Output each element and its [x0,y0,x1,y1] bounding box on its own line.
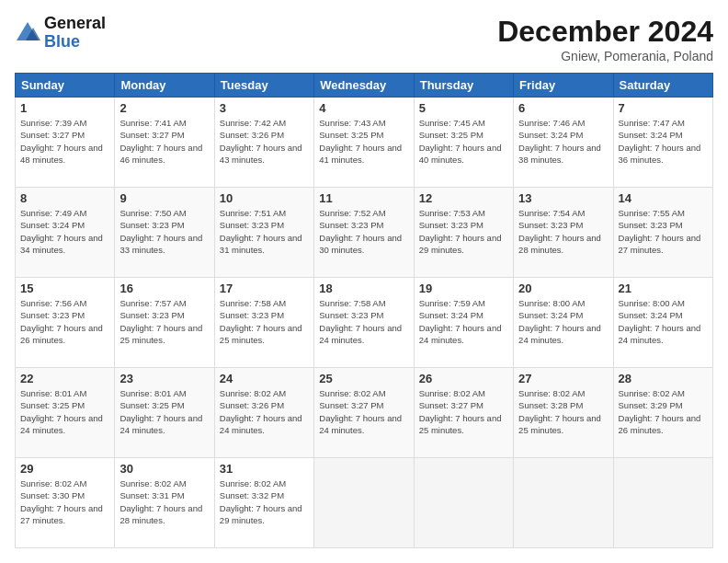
day-number: 31 [220,462,309,476]
day-info: Sunrise: 8:01 AMSunset: 3:25 PMDaylight:… [20,387,109,436]
table-cell: 6 Sunrise: 7:46 AMSunset: 3:24 PMDayligh… [514,98,613,188]
col-tuesday: Tuesday [214,74,313,98]
day-number: 29 [20,462,109,476]
table-cell: 29 Sunrise: 8:02 AMSunset: 3:30 PMDaylig… [16,458,115,548]
day-number: 4 [319,101,408,115]
day-number: 3 [220,101,309,115]
page: General Blue December 2024 Gniew, Pomera… [0,0,728,563]
col-saturday: Saturday [613,74,712,98]
table-cell: 2 Sunrise: 7:41 AMSunset: 3:27 PMDayligh… [115,98,214,188]
table-cell: 18 Sunrise: 7:58 AMSunset: 3:23 PMDaylig… [314,278,414,368]
day-number: 27 [518,372,608,385]
day-number: 28 [619,372,708,385]
col-monday: Monday [115,74,214,98]
day-info: Sunrise: 7:41 AMSunset: 3:27 PMDaylight:… [119,117,209,166]
logo-line2: Blue [44,33,106,52]
table-cell: 4 Sunrise: 7:43 AMSunset: 3:25 PMDayligh… [314,98,414,188]
day-info: Sunrise: 8:02 AMSunset: 3:31 PMDaylight:… [119,477,209,526]
table-cell: 7 Sunrise: 7:47 AMSunset: 3:24 PMDayligh… [613,98,712,188]
day-number: 6 [518,101,608,115]
day-number: 1 [20,101,109,115]
day-number: 10 [220,191,309,205]
subtitle: Gniew, Pomerania, Poland [497,49,713,63]
day-info: Sunrise: 7:43 AMSunset: 3:25 PMDaylight:… [319,117,408,166]
day-info: Sunrise: 7:47 AMSunset: 3:24 PMDaylight:… [619,117,708,166]
day-info: Sunrise: 8:00 AMSunset: 3:24 PMDaylight:… [619,297,708,346]
col-wednesday: Wednesday [314,74,414,98]
table-cell: 1 Sunrise: 7:39 AMSunset: 3:27 PMDayligh… [16,98,115,188]
table-cell: 14 Sunrise: 7:55 AMSunset: 3:23 PMDaylig… [613,188,712,278]
logo-text: General Blue [44,15,106,52]
day-number: 20 [518,282,608,295]
day-number: 14 [619,191,708,205]
table-cell: 12 Sunrise: 7:53 AMSunset: 3:23 PMDaylig… [414,188,513,278]
day-info: Sunrise: 7:46 AMSunset: 3:24 PMDaylight:… [518,117,608,166]
table-cell: 21 Sunrise: 8:00 AMSunset: 3:24 PMDaylig… [613,278,712,368]
day-info: Sunrise: 8:02 AMSunset: 3:29 PMDaylight:… [619,387,708,436]
day-info: Sunrise: 8:02 AMSunset: 3:26 PMDaylight:… [220,387,309,436]
day-number: 21 [619,282,708,295]
day-info: Sunrise: 7:58 AMSunset: 3:23 PMDaylight:… [220,297,309,346]
table-cell: 9 Sunrise: 7:50 AMSunset: 3:23 PMDayligh… [115,188,214,278]
day-number: 8 [20,191,109,205]
main-title: December 2024 [497,15,713,49]
day-number: 17 [220,282,309,295]
table-cell: 31 Sunrise: 8:02 AMSunset: 3:32 PMDaylig… [214,458,313,548]
table-cell: 25 Sunrise: 8:02 AMSunset: 3:27 PMDaylig… [314,368,414,458]
day-info: Sunrise: 7:57 AMSunset: 3:23 PMDaylight:… [119,297,209,346]
day-info: Sunrise: 7:53 AMSunset: 3:23 PMDaylight:… [419,207,508,256]
day-number: 25 [319,372,408,385]
col-sunday: Sunday [16,74,115,98]
calendar-header-row: Sunday Monday Tuesday Wednesday Thursday… [16,74,713,98]
table-cell: 23 Sunrise: 8:01 AMSunset: 3:25 PMDaylig… [115,368,214,458]
day-info: Sunrise: 7:42 AMSunset: 3:26 PMDaylight:… [220,117,309,166]
day-number: 18 [319,282,408,295]
day-number: 9 [119,191,209,205]
table-cell: 3 Sunrise: 7:42 AMSunset: 3:26 PMDayligh… [214,98,313,188]
day-info: Sunrise: 8:00 AMSunset: 3:24 PMDaylight:… [518,297,608,346]
day-number: 30 [119,462,209,476]
day-number: 26 [419,372,508,385]
table-cell: 30 Sunrise: 8:02 AMSunset: 3:31 PMDaylig… [115,458,214,548]
day-info: Sunrise: 7:59 AMSunset: 3:24 PMDaylight:… [419,297,508,346]
day-info: Sunrise: 7:45 AMSunset: 3:25 PMDaylight:… [419,117,508,166]
table-cell: 17 Sunrise: 7:58 AMSunset: 3:23 PMDaylig… [214,278,313,368]
day-number: 22 [20,372,109,385]
day-info: Sunrise: 7:55 AMSunset: 3:23 PMDaylight:… [619,207,708,256]
logo-line1: General [44,15,106,33]
day-number: 7 [619,101,708,115]
header: General Blue December 2024 Gniew, Pomera… [15,15,713,63]
day-info: Sunrise: 8:02 AMSunset: 3:28 PMDaylight:… [518,387,608,436]
table-cell: 11 Sunrise: 7:52 AMSunset: 3:23 PMDaylig… [314,188,414,278]
day-number: 23 [119,372,209,385]
day-info: Sunrise: 8:02 AMSunset: 3:27 PMDaylight:… [319,387,408,436]
table-cell: 10 Sunrise: 7:51 AMSunset: 3:23 PMDaylig… [214,188,313,278]
calendar-table: Sunday Monday Tuesday Wednesday Thursday… [15,73,713,548]
table-cell [314,458,414,548]
table-cell: 24 Sunrise: 8:02 AMSunset: 3:26 PMDaylig… [214,368,313,458]
day-number: 13 [518,191,608,205]
title-section: December 2024 Gniew, Pomerania, Poland [497,15,713,63]
day-number: 24 [220,372,309,385]
table-cell: 13 Sunrise: 7:54 AMSunset: 3:23 PMDaylig… [514,188,613,278]
table-cell: 28 Sunrise: 8:02 AMSunset: 3:29 PMDaylig… [613,368,712,458]
table-cell: 8 Sunrise: 7:49 AMSunset: 3:24 PMDayligh… [16,188,115,278]
table-cell [613,458,712,548]
day-number: 5 [419,101,508,115]
table-cell [414,458,513,548]
day-number: 2 [119,101,209,115]
table-cell: 20 Sunrise: 8:00 AMSunset: 3:24 PMDaylig… [514,278,613,368]
day-number: 16 [119,282,209,295]
table-cell: 27 Sunrise: 8:02 AMSunset: 3:28 PMDaylig… [514,368,613,458]
day-number: 12 [419,191,508,205]
table-cell: 26 Sunrise: 8:02 AMSunset: 3:27 PMDaylig… [414,368,513,458]
day-info: Sunrise: 8:01 AMSunset: 3:25 PMDaylight:… [119,387,209,436]
day-info: Sunrise: 7:56 AMSunset: 3:23 PMDaylight:… [20,297,109,346]
day-info: Sunrise: 7:50 AMSunset: 3:23 PMDaylight:… [119,207,209,256]
day-info: Sunrise: 8:02 AMSunset: 3:32 PMDaylight:… [220,477,309,526]
table-cell: 19 Sunrise: 7:59 AMSunset: 3:24 PMDaylig… [414,278,513,368]
day-info: Sunrise: 7:58 AMSunset: 3:23 PMDaylight:… [319,297,408,346]
day-number: 11 [319,191,408,205]
col-friday: Friday [514,74,613,98]
table-cell: 16 Sunrise: 7:57 AMSunset: 3:23 PMDaylig… [115,278,214,368]
